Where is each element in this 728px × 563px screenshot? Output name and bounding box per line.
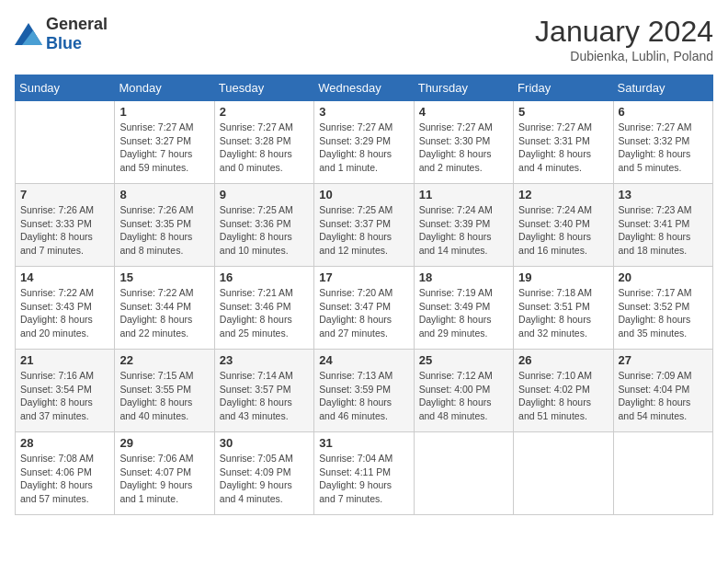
day-number: 28 (20, 436, 109, 450)
day-info: Sunrise: 7:04 AMSunset: 4:11 PMDaylight:… (319, 452, 408, 506)
day-info: Sunrise: 7:27 AMSunset: 3:28 PMDaylight:… (220, 121, 309, 175)
calendar-cell (16, 101, 115, 184)
weekday-header-row: SundayMondayTuesdayWednesdayThursdayFrid… (16, 75, 713, 101)
calendar-cell: 17Sunrise: 7:20 AMSunset: 3:47 PMDayligh… (314, 267, 414, 350)
day-info: Sunrise: 7:06 AMSunset: 4:07 PMDaylight:… (119, 452, 209, 506)
day-info: Sunrise: 7:10 AMSunset: 4:02 PMDaylight:… (518, 369, 608, 423)
day-number: 5 (518, 105, 608, 119)
week-row-3: 14Sunrise: 7:22 AMSunset: 3:43 PMDayligh… (16, 267, 713, 350)
calendar-cell: 21Sunrise: 7:16 AMSunset: 3:54 PMDayligh… (16, 350, 115, 432)
day-info: Sunrise: 7:16 AMSunset: 3:54 PMDaylight:… (20, 369, 109, 423)
calendar-cell: 28Sunrise: 7:08 AMSunset: 4:06 PMDayligh… (16, 432, 115, 515)
calendar-cell: 26Sunrise: 7:10 AMSunset: 4:02 PMDayligh… (514, 350, 613, 432)
calendar-cell: 4Sunrise: 7:27 AMSunset: 3:30 PMDaylight… (414, 101, 513, 184)
day-number: 11 (419, 188, 508, 201)
day-number: 20 (619, 270, 708, 284)
day-info: Sunrise: 7:19 AMSunset: 3:49 PMDaylight:… (419, 286, 508, 340)
day-number: 24 (319, 353, 408, 367)
day-number: 17 (319, 270, 408, 284)
day-number: 4 (419, 105, 508, 119)
weekday-header-saturday: Saturday (613, 75, 712, 101)
calendar-cell: 14Sunrise: 7:22 AMSunset: 3:43 PMDayligh… (16, 267, 115, 350)
day-info: Sunrise: 7:15 AMSunset: 3:55 PMDaylight:… (119, 369, 209, 423)
day-info: Sunrise: 7:27 AMSunset: 3:30 PMDaylight:… (419, 121, 508, 175)
calendar-cell (514, 432, 613, 515)
month-title: January 2024 (535, 15, 713, 49)
calendar-cell: 5Sunrise: 7:27 AMSunset: 3:31 PMDaylight… (514, 101, 613, 184)
day-info: Sunrise: 7:26 AMSunset: 3:33 PMDaylight:… (20, 203, 109, 258)
day-number: 14 (20, 270, 109, 284)
calendar-cell: 19Sunrise: 7:18 AMSunset: 3:51 PMDayligh… (514, 267, 613, 350)
calendar-cell: 29Sunrise: 7:06 AMSunset: 4:07 PMDayligh… (115, 432, 214, 515)
day-info: Sunrise: 7:26 AMSunset: 3:35 PMDaylight:… (119, 203, 209, 258)
calendar-cell (613, 432, 712, 515)
logo-text: General Blue (46, 15, 108, 53)
day-info: Sunrise: 7:17 AMSunset: 3:52 PMDaylight:… (619, 286, 708, 340)
day-info: Sunrise: 7:20 AMSunset: 3:47 PMDaylight:… (319, 286, 408, 340)
day-info: Sunrise: 7:27 AMSunset: 3:29 PMDaylight:… (319, 121, 408, 175)
weekday-header-friday: Friday (514, 75, 613, 101)
calendar-cell: 24Sunrise: 7:13 AMSunset: 3:59 PMDayligh… (314, 350, 414, 432)
day-number: 23 (220, 353, 309, 367)
day-info: Sunrise: 7:25 AMSunset: 3:37 PMDaylight:… (319, 203, 408, 258)
calendar-table: SundayMondayTuesdayWednesdayThursdayFrid… (15, 75, 713, 515)
day-info: Sunrise: 7:25 AMSunset: 3:36 PMDaylight:… (220, 203, 309, 258)
calendar-cell: 6Sunrise: 7:27 AMSunset: 3:32 PMDaylight… (613, 101, 712, 184)
day-number: 13 (619, 188, 708, 201)
day-number: 9 (220, 188, 309, 201)
day-info: Sunrise: 7:27 AMSunset: 3:32 PMDaylight:… (619, 121, 708, 175)
calendar-cell: 22Sunrise: 7:15 AMSunset: 3:55 PMDayligh… (115, 350, 214, 432)
day-info: Sunrise: 7:08 AMSunset: 4:06 PMDaylight:… (20, 452, 109, 506)
day-info: Sunrise: 7:23 AMSunset: 3:41 PMDaylight:… (619, 203, 708, 258)
day-number: 10 (319, 188, 408, 201)
calendar-cell: 30Sunrise: 7:05 AMSunset: 4:09 PMDayligh… (214, 432, 313, 515)
day-number: 3 (319, 105, 408, 119)
calendar-cell: 3Sunrise: 7:27 AMSunset: 3:29 PMDaylight… (314, 101, 414, 184)
calendar-cell: 12Sunrise: 7:24 AMSunset: 3:40 PMDayligh… (514, 184, 613, 267)
calendar-cell: 10Sunrise: 7:25 AMSunset: 3:37 PMDayligh… (314, 184, 414, 267)
day-info: Sunrise: 7:14 AMSunset: 3:57 PMDaylight:… (220, 369, 309, 423)
day-number: 8 (119, 188, 209, 201)
week-row-4: 21Sunrise: 7:16 AMSunset: 3:54 PMDayligh… (16, 350, 713, 432)
day-number: 26 (518, 353, 608, 367)
day-info: Sunrise: 7:09 AMSunset: 4:04 PMDaylight:… (619, 369, 708, 423)
day-number: 7 (20, 188, 109, 201)
day-number: 31 (319, 436, 408, 450)
logo: General Blue (15, 15, 108, 53)
day-info: Sunrise: 7:21 AMSunset: 3:46 PMDaylight:… (220, 286, 309, 340)
week-row-5: 28Sunrise: 7:08 AMSunset: 4:06 PMDayligh… (16, 432, 713, 515)
day-number: 25 (419, 353, 508, 367)
calendar-cell: 27Sunrise: 7:09 AMSunset: 4:04 PMDayligh… (613, 350, 712, 432)
weekday-header-wednesday: Wednesday (314, 75, 414, 101)
calendar-cell: 25Sunrise: 7:12 AMSunset: 4:00 PMDayligh… (414, 350, 513, 432)
calendar-cell: 2Sunrise: 7:27 AMSunset: 3:28 PMDaylight… (214, 101, 313, 184)
calendar-cell: 20Sunrise: 7:17 AMSunset: 3:52 PMDayligh… (613, 267, 712, 350)
day-number: 29 (119, 436, 209, 450)
calendar-cell (414, 432, 513, 515)
calendar-cell: 23Sunrise: 7:14 AMSunset: 3:57 PMDayligh… (214, 350, 313, 432)
logo-general: General (46, 15, 108, 33)
calendar-cell: 8Sunrise: 7:26 AMSunset: 3:35 PMDaylight… (115, 184, 214, 267)
week-row-2: 7Sunrise: 7:26 AMSunset: 3:33 PMDaylight… (16, 184, 713, 267)
day-number: 27 (619, 353, 708, 367)
calendar-cell: 9Sunrise: 7:25 AMSunset: 3:36 PMDaylight… (214, 184, 313, 267)
calendar-cell: 11Sunrise: 7:24 AMSunset: 3:39 PMDayligh… (414, 184, 513, 267)
day-info: Sunrise: 7:24 AMSunset: 3:40 PMDaylight:… (518, 203, 608, 258)
day-number: 6 (619, 105, 708, 119)
day-info: Sunrise: 7:22 AMSunset: 3:44 PMDaylight:… (119, 286, 209, 340)
calendar-cell: 15Sunrise: 7:22 AMSunset: 3:44 PMDayligh… (115, 267, 214, 350)
logo-blue: Blue (46, 34, 82, 52)
day-number: 12 (518, 188, 608, 201)
day-info: Sunrise: 7:22 AMSunset: 3:43 PMDaylight:… (20, 286, 109, 340)
day-info: Sunrise: 7:27 AMSunset: 3:27 PMDaylight:… (119, 121, 209, 175)
calendar-cell: 18Sunrise: 7:19 AMSunset: 3:49 PMDayligh… (414, 267, 513, 350)
day-info: Sunrise: 7:18 AMSunset: 3:51 PMDaylight:… (518, 286, 608, 340)
week-row-1: 1Sunrise: 7:27 AMSunset: 3:27 PMDaylight… (16, 101, 713, 184)
day-info: Sunrise: 7:05 AMSunset: 4:09 PMDaylight:… (220, 452, 309, 506)
calendar-cell: 31Sunrise: 7:04 AMSunset: 4:11 PMDayligh… (314, 432, 414, 515)
day-number: 22 (119, 353, 209, 367)
day-number: 21 (20, 353, 109, 367)
logo-icon (15, 23, 42, 45)
calendar-cell: 16Sunrise: 7:21 AMSunset: 3:46 PMDayligh… (214, 267, 313, 350)
day-info: Sunrise: 7:12 AMSunset: 4:00 PMDaylight:… (419, 369, 508, 423)
